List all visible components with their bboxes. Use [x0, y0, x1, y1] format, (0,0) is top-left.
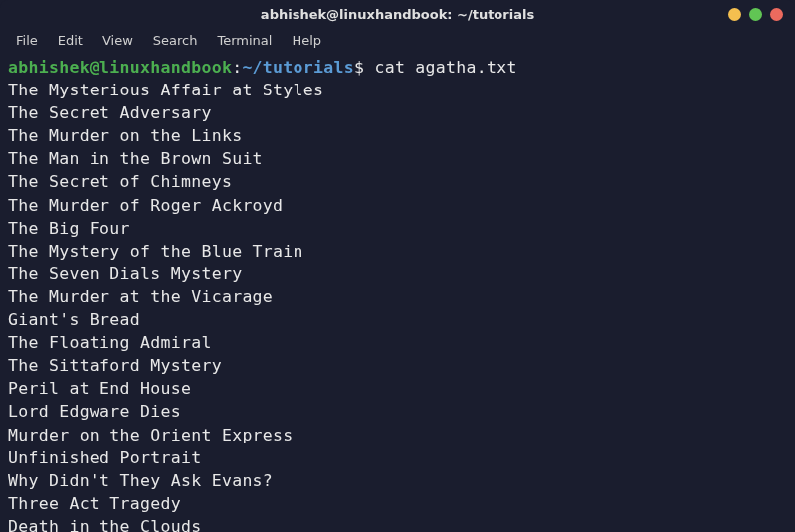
output-line: Murder on the Orient Express — [8, 424, 787, 446]
terminal-body[interactable]: abhishek@linuxhandbook:~/tutorials$ cat … — [0, 52, 795, 532]
output-container: The Mysterious Affair at StylesThe Secre… — [8, 79, 787, 532]
command-text: cat agatha.txt — [364, 58, 517, 77]
prompt-path: ~/tutorials — [242, 58, 354, 77]
output-line: Giant's Bread — [8, 308, 787, 331]
menu-edit[interactable]: Edit — [50, 31, 91, 50]
minimize-button[interactable] — [728, 8, 741, 21]
output-line: The Man in the Brown Suit — [8, 147, 787, 170]
output-line: The Murder at the Vicarage — [8, 285, 787, 308]
window-title: abhishek@linuxhandbook: ~/tutorials — [261, 7, 534, 22]
output-line: The Secret of Chimneys — [8, 170, 787, 193]
output-line: The Sittaford Mystery — [8, 354, 787, 377]
close-button[interactable] — [770, 8, 783, 21]
menu-help[interactable]: Help — [284, 31, 329, 50]
menu-view[interactable]: View — [95, 31, 141, 50]
output-line: Unfinished Portrait — [8, 446, 787, 469]
prompt-dollar: $ — [354, 58, 364, 77]
output-line: The Mysterious Affair at Styles — [8, 79, 787, 101]
output-line: Lord Edgware Dies — [8, 400, 787, 423]
output-line: The Floating Admiral — [8, 331, 787, 354]
titlebar: abhishek@linuxhandbook: ~/tutorials — [0, 0, 795, 28]
prompt-user-host: abhishek@linuxhandbook — [8, 58, 232, 77]
output-line: The Mystery of the Blue Train — [8, 240, 787, 263]
output-line: The Seven Dials Mystery — [8, 263, 787, 285]
menu-terminal[interactable]: Terminal — [209, 31, 280, 50]
output-line: Why Didn't They Ask Evans? — [8, 469, 787, 492]
output-line: The Murder of Roger Ackroyd — [8, 194, 787, 217]
output-line: The Secret Adversary — [8, 101, 787, 124]
prompt-colon: : — [232, 58, 242, 77]
output-line: The Big Four — [8, 217, 787, 240]
prompt-line-1: abhishek@linuxhandbook:~/tutorials$ cat … — [8, 56, 787, 79]
output-line: The Murder on the Links — [8, 124, 787, 147]
output-line: Peril at End House — [8, 377, 787, 400]
maximize-button[interactable] — [749, 8, 762, 21]
output-line: Three Act Tragedy — [8, 492, 787, 515]
output-line: Death in the Clouds — [8, 515, 787, 532]
menu-file[interactable]: File — [8, 31, 46, 50]
window-controls — [728, 8, 783, 21]
menubar: File Edit View Search Terminal Help — [0, 28, 795, 52]
menu-search[interactable]: Search — [145, 31, 206, 50]
